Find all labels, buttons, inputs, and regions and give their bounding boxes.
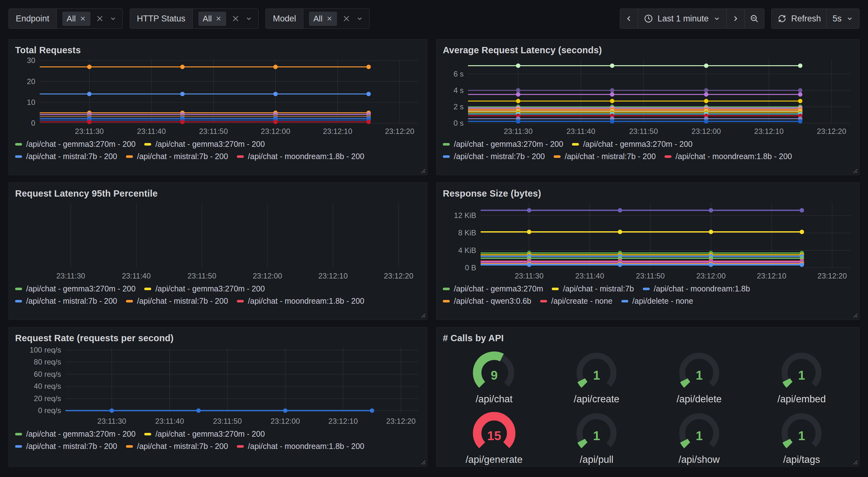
legend-item[interactable]: /api/chat - gemma3:270m - 200 — [443, 140, 563, 149]
legend-item[interactable]: /api/chat - gemma3:270m - 200 — [144, 429, 265, 439]
svg-text:23:11:50: 23:11:50 — [199, 127, 228, 136]
legend-item[interactable]: /api/delete - none — [621, 296, 693, 306]
chart-legend: /api/chat - gemma3:270m - 200/api/chat -… — [443, 140, 853, 161]
diagonal-resize-icon[interactable] — [420, 168, 426, 174]
filter-model-chip[interactable]: All — [309, 12, 337, 26]
svg-text:23:11:30: 23:11:30 — [97, 417, 126, 425]
close-icon[interactable] — [96, 15, 104, 22]
grafana-dashboard: Endpoint All HTTP Status All — [0, 0, 868, 477]
legend-item[interactable]: /api/chat - mistral:7b - 200 — [554, 152, 656, 161]
close-icon[interactable] — [343, 15, 350, 22]
timeseries-chart[interactable]: 23:11:3023:11:4023:11:5023:12:0023:12:10… — [443, 58, 854, 137]
time-range-picker-button[interactable]: Last 1 minute — [638, 9, 726, 28]
panel-title[interactable]: Average Request Latency (seconds) — [443, 44, 853, 56]
legend-item[interactable]: /api/chat - mistral:7b - 200 — [15, 296, 117, 306]
legend-item[interactable]: /api/chat - mistral:7b - 200 — [126, 442, 228, 451]
refresh-interval-button[interactable]: 5s — [827, 9, 859, 28]
filter-http-status-chip[interactable]: All — [198, 12, 226, 26]
svg-text:20 req/s: 20 req/s — [34, 394, 61, 403]
svg-text:23:12:20: 23:12:20 — [385, 127, 414, 136]
timeseries-chart[interactable]: 23:11:3023:11:4023:11:5023:12:0023:12:10… — [15, 346, 422, 427]
diagonal-resize-icon[interactable] — [852, 312, 858, 318]
filter-endpoint-value[interactable]: All — [57, 9, 123, 28]
time-controls: Last 1 minute Refresh 5s — [620, 8, 860, 29]
timeseries-chart[interactable]: 23:11:3023:11:4023:11:5023:12:0023:12:10… — [15, 201, 422, 282]
filter-http-status[interactable]: HTTP Status All — [130, 8, 259, 29]
legend-item[interactable]: /api/chat - mistral:7b — [552, 284, 634, 293]
svg-text:0 req/s: 0 req/s — [38, 406, 61, 415]
refresh-group: Refresh 5s — [771, 8, 860, 29]
filter-endpoint-chip[interactable]: All — [62, 12, 90, 26]
legend-item[interactable]: /api/chat - gemma3:270m - 200 — [15, 284, 135, 293]
svg-text:23:12:00: 23:12:00 — [692, 127, 721, 136]
gauge-/api/embed: 1/api/embed — [750, 348, 853, 405]
legend-item[interactable]: /api/chat - mistral:7b - 200 — [15, 152, 117, 161]
legend-item[interactable]: /api/chat - moondream:1.8b — [643, 284, 750, 293]
legend-item[interactable]: /api/chat - mistral:7b - 200 — [443, 152, 545, 161]
chevron-down-icon[interactable] — [356, 15, 364, 22]
refresh-button[interactable]: Refresh — [772, 9, 827, 28]
close-icon[interactable] — [232, 15, 239, 22]
timeseries-chart[interactable]: 23:11:3023:11:4023:11:5023:12:0023:12:10… — [15, 58, 422, 137]
gauge-/api/generate: 15/api/generate — [443, 409, 546, 465]
legend-label: /api/chat - mistral:7b — [563, 284, 634, 293]
svg-text:8 KiB: 8 KiB — [458, 229, 476, 237]
zoom-out-time-button[interactable] — [744, 9, 764, 28]
legend-item[interactable]: /api/chat - moondream:1.8b - 200 — [237, 296, 364, 306]
legend-item[interactable]: /api/chat - gemma3:270m - 200 — [15, 429, 135, 439]
legend-item[interactable]: /api/create - none — [540, 296, 613, 306]
legend-item[interactable]: /api/chat - mistral:7b - 200 — [15, 442, 117, 451]
legend-item[interactable]: /api/chat - moondream:1.8b - 200 — [237, 442, 364, 451]
legend-item[interactable]: /api/chat - moondream:1.8b - 200 — [664, 152, 792, 161]
filter-model[interactable]: Model All — [266, 8, 369, 29]
legend-swatch-icon — [15, 155, 22, 158]
legend-item[interactable]: /api/chat - gemma3:270m - 200 — [144, 140, 265, 149]
legend-swatch-icon — [621, 300, 628, 302]
gauge-/api/chat: 9/api/chat — [443, 348, 546, 405]
legend-item[interactable]: /api/chat - gemma3:270m - 200 — [15, 140, 135, 149]
legend-item[interactable]: /api/chat - mistral:7b - 200 — [126, 296, 228, 306]
gauge-endpoint-label: /api/pull — [580, 454, 614, 465]
legend-item[interactable]: /api/chat - gemma3:270m - 200 — [572, 140, 692, 149]
gauge-grid: 9/api/chat1/api/create1/api/delete1/api/… — [443, 348, 853, 465]
diagonal-resize-icon[interactable] — [852, 459, 858, 465]
gauge-endpoint-label: /api/create — [574, 393, 620, 405]
chevron-down-icon[interactable] — [109, 15, 117, 22]
svg-text:6 s: 6 s — [454, 70, 464, 78]
panel-title[interactable]: Request Latency 95th Percentile — [15, 187, 421, 200]
panel-title[interactable]: Response Size (bytes) — [443, 187, 853, 200]
chevron-down-icon[interactable] — [245, 15, 253, 22]
gauge-/api/show: 1/api/show — [648, 409, 750, 465]
time-shift-forward-button[interactable] — [726, 9, 744, 28]
panel-title[interactable]: # Calls by API — [443, 332, 853, 345]
close-icon[interactable] — [80, 16, 86, 22]
legend-item[interactable]: /api/chat - qwen3:0.6b — [443, 296, 531, 306]
legend-item[interactable]: /api/chat - gemma3:270m — [443, 284, 543, 293]
time-range-label: Last 1 minute — [658, 14, 709, 24]
legend-item[interactable]: /api/chat - moondream:1.8b - 200 — [237, 152, 364, 161]
time-range-group: Last 1 minute — [620, 8, 764, 29]
svg-text:23:12:10: 23:12:10 — [318, 272, 348, 280]
legend-item[interactable]: /api/chat - mistral:7b - 200 — [126, 152, 228, 161]
panel-title[interactable]: Request Rate (requests per second) — [15, 332, 421, 345]
legend-label: /api/chat - gemma3:270m - 200 — [26, 429, 135, 439]
gauge-arc: 1 — [673, 348, 726, 394]
filter-http-status-value[interactable]: All — [193, 9, 258, 28]
diagonal-resize-icon[interactable] — [420, 312, 426, 318]
legend-swatch-icon — [15, 288, 22, 290]
close-icon[interactable] — [215, 16, 222, 22]
close-icon[interactable] — [326, 16, 333, 22]
filter-endpoint[interactable]: Endpoint All — [8, 8, 123, 29]
panel-request-latency-95th: Request Latency 95th Percentile 23:11:30… — [8, 182, 427, 320]
legend-swatch-icon — [664, 155, 672, 158]
legend-item[interactable]: /api/chat - gemma3:270m - 200 — [144, 284, 265, 293]
svg-text:23:12:20: 23:12:20 — [817, 272, 847, 280]
legend-row: /api/chat - qwen3:0.6b/api/create - none… — [443, 296, 853, 306]
timeseries-chart[interactable]: 23:11:3023:11:4023:11:5023:12:0023:12:10… — [443, 201, 854, 282]
diagonal-resize-icon[interactable] — [420, 459, 426, 465]
time-shift-back-button[interactable] — [620, 9, 638, 28]
filter-model-value[interactable]: All — [303, 9, 369, 28]
panel-title[interactable]: Total Requests — [15, 44, 421, 56]
svg-text:23:12:10: 23:12:10 — [754, 127, 784, 136]
diagonal-resize-icon[interactable] — [852, 168, 858, 174]
